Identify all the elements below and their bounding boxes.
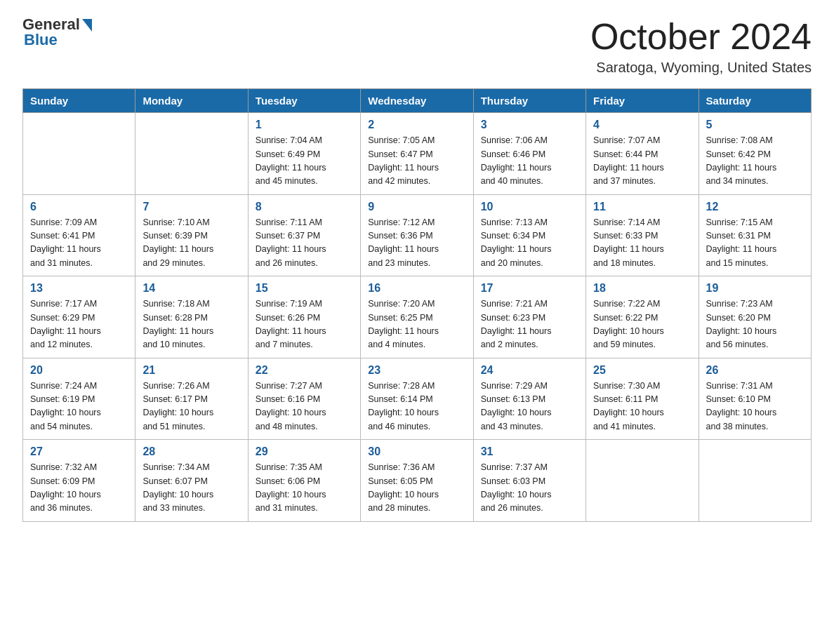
day-number: 11 <box>593 201 691 213</box>
day-info: Sunrise: 7:22 AMSunset: 6:22 PMDaylight:… <box>593 297 691 352</box>
day-info: Sunrise: 7:24 AMSunset: 6:19 PMDaylight:… <box>30 380 128 434</box>
day-number: 17 <box>481 282 578 295</box>
day-info: Sunrise: 7:14 AMSunset: 6:33 PMDaylight:… <box>593 216 691 271</box>
calendar-cell: 20Sunrise: 7:24 AMSunset: 6:19 PMDayligh… <box>23 358 135 440</box>
day-number: 30 <box>368 445 465 458</box>
calendar-cell: 7Sunrise: 7:10 AMSunset: 6:39 PMDaylight… <box>135 194 248 276</box>
day-info: Sunrise: 7:19 AMSunset: 6:26 PMDaylight:… <box>256 297 353 352</box>
day-number: 4 <box>593 119 691 131</box>
calendar-cell: 28Sunrise: 7:34 AMSunset: 6:07 PMDayligh… <box>135 440 248 522</box>
calendar-cell: 13Sunrise: 7:17 AMSunset: 6:29 PMDayligh… <box>23 276 135 358</box>
day-info: Sunrise: 7:31 AMSunset: 6:10 PMDaylight:… <box>706 380 804 434</box>
day-info: Sunrise: 7:36 AMSunset: 6:05 PMDaylight:… <box>368 461 465 516</box>
calendar-cell: 22Sunrise: 7:27 AMSunset: 6:16 PMDayligh… <box>248 358 360 440</box>
calendar-cell: 2Sunrise: 7:05 AMSunset: 6:47 PMDaylight… <box>361 113 473 195</box>
day-number: 13 <box>30 282 128 295</box>
day-number: 2 <box>368 119 465 131</box>
calendar-cell <box>135 113 248 195</box>
day-info: Sunrise: 7:20 AMSunset: 6:25 PMDaylight:… <box>368 297 465 352</box>
page-subtitle: Saratoga, Wyoming, United States <box>590 60 812 76</box>
calendar-cell: 26Sunrise: 7:31 AMSunset: 6:10 PMDayligh… <box>699 358 811 440</box>
day-info: Sunrise: 7:17 AMSunset: 6:29 PMDaylight:… <box>30 297 128 352</box>
calendar-cell: 25Sunrise: 7:30 AMSunset: 6:11 PMDayligh… <box>586 358 699 440</box>
day-number: 18 <box>593 282 691 295</box>
calendar-cell <box>699 440 811 522</box>
calendar-cell: 30Sunrise: 7:36 AMSunset: 6:05 PMDayligh… <box>361 440 473 522</box>
day-number: 21 <box>143 364 240 377</box>
day-number: 26 <box>706 364 804 377</box>
calendar-header-saturday: Saturday <box>699 89 811 113</box>
day-number: 22 <box>256 364 353 377</box>
calendar-cell: 3Sunrise: 7:06 AMSunset: 6:46 PMDaylight… <box>473 113 585 195</box>
title-area: October 2024 Saratoga, Wyoming, United S… <box>590 17 812 76</box>
calendar-cell: 31Sunrise: 7:37 AMSunset: 6:03 PMDayligh… <box>473 440 585 522</box>
calendar-cell: 29Sunrise: 7:35 AMSunset: 6:06 PMDayligh… <box>248 440 360 522</box>
calendar-cell <box>586 440 699 522</box>
day-info: Sunrise: 7:07 AMSunset: 6:44 PMDaylight:… <box>593 134 691 189</box>
day-info: Sunrise: 7:29 AMSunset: 6:13 PMDaylight:… <box>481 380 578 434</box>
day-info: Sunrise: 7:05 AMSunset: 6:47 PMDaylight:… <box>368 134 465 189</box>
calendar-cell: 8Sunrise: 7:11 AMSunset: 6:37 PMDaylight… <box>248 194 360 276</box>
calendar-cell: 10Sunrise: 7:13 AMSunset: 6:34 PMDayligh… <box>473 194 585 276</box>
calendar-week-row: 27Sunrise: 7:32 AMSunset: 6:09 PMDayligh… <box>23 440 812 522</box>
calendar-cell: 11Sunrise: 7:14 AMSunset: 6:33 PMDayligh… <box>586 194 699 276</box>
day-number: 19 <box>706 282 804 295</box>
calendar-cell: 12Sunrise: 7:15 AMSunset: 6:31 PMDayligh… <box>699 194 811 276</box>
day-number: 1 <box>256 119 353 131</box>
calendar-cell: 27Sunrise: 7:32 AMSunset: 6:09 PMDayligh… <box>23 440 135 522</box>
day-number: 3 <box>481 119 578 131</box>
day-number: 5 <box>706 119 804 131</box>
calendar-header-friday: Friday <box>586 89 699 113</box>
day-info: Sunrise: 7:18 AMSunset: 6:28 PMDaylight:… <box>143 297 240 352</box>
day-info: Sunrise: 7:37 AMSunset: 6:03 PMDaylight:… <box>481 461 578 516</box>
day-info: Sunrise: 7:32 AMSunset: 6:09 PMDaylight:… <box>30 461 128 516</box>
day-info: Sunrise: 7:23 AMSunset: 6:20 PMDaylight:… <box>706 297 804 352</box>
calendar-cell: 4Sunrise: 7:07 AMSunset: 6:44 PMDaylight… <box>586 113 699 195</box>
calendar-cell: 5Sunrise: 7:08 AMSunset: 6:42 PMDaylight… <box>699 113 811 195</box>
day-info: Sunrise: 7:10 AMSunset: 6:39 PMDaylight:… <box>143 216 240 271</box>
day-number: 20 <box>30 364 128 377</box>
logo-blue-text: Blue <box>22 31 58 49</box>
calendar-cell: 16Sunrise: 7:20 AMSunset: 6:25 PMDayligh… <box>361 276 473 358</box>
calendar-header-sunday: Sunday <box>23 89 135 113</box>
calendar-header-tuesday: Tuesday <box>248 89 360 113</box>
day-number: 10 <box>481 201 578 213</box>
day-info: Sunrise: 7:04 AMSunset: 6:49 PMDaylight:… <box>256 134 353 189</box>
day-number: 31 <box>481 445 578 458</box>
logo: General Blue <box>22 17 92 49</box>
day-info: Sunrise: 7:21 AMSunset: 6:23 PMDaylight:… <box>481 297 578 352</box>
day-number: 28 <box>143 445 240 458</box>
day-info: Sunrise: 7:34 AMSunset: 6:07 PMDaylight:… <box>143 461 240 516</box>
calendar-header-thursday: Thursday <box>473 89 585 113</box>
day-info: Sunrise: 7:08 AMSunset: 6:42 PMDaylight:… <box>706 134 804 189</box>
calendar-header-row: SundayMondayTuesdayWednesdayThursdayFrid… <box>23 89 812 113</box>
calendar-cell: 14Sunrise: 7:18 AMSunset: 6:28 PMDayligh… <box>135 276 248 358</box>
page-title: October 2024 <box>590 17 812 57</box>
day-number: 8 <box>256 201 353 213</box>
day-number: 23 <box>368 364 465 377</box>
calendar-header-wednesday: Wednesday <box>361 89 473 113</box>
day-number: 15 <box>256 282 353 295</box>
day-info: Sunrise: 7:09 AMSunset: 6:41 PMDaylight:… <box>30 216 128 271</box>
day-info: Sunrise: 7:13 AMSunset: 6:34 PMDaylight:… <box>481 216 578 271</box>
calendar-table: SundayMondayTuesdayWednesdayThursdayFrid… <box>22 88 812 522</box>
calendar-cell: 15Sunrise: 7:19 AMSunset: 6:26 PMDayligh… <box>248 276 360 358</box>
calendar-week-row: 13Sunrise: 7:17 AMSunset: 6:29 PMDayligh… <box>23 276 812 358</box>
day-info: Sunrise: 7:12 AMSunset: 6:36 PMDaylight:… <box>368 216 465 271</box>
day-number: 9 <box>368 201 465 213</box>
day-info: Sunrise: 7:06 AMSunset: 6:46 PMDaylight:… <box>481 134 578 189</box>
calendar-cell: 18Sunrise: 7:22 AMSunset: 6:22 PMDayligh… <box>586 276 699 358</box>
calendar-cell: 6Sunrise: 7:09 AMSunset: 6:41 PMDaylight… <box>23 194 135 276</box>
calendar-cell: 19Sunrise: 7:23 AMSunset: 6:20 PMDayligh… <box>699 276 811 358</box>
day-number: 27 <box>30 445 128 458</box>
logo-arrow-icon <box>82 19 92 32</box>
calendar-cell: 21Sunrise: 7:26 AMSunset: 6:17 PMDayligh… <box>135 358 248 440</box>
logo-general-text: General <box>22 17 80 32</box>
day-number: 14 <box>143 282 240 295</box>
calendar-cell: 23Sunrise: 7:28 AMSunset: 6:14 PMDayligh… <box>361 358 473 440</box>
calendar-header-monday: Monday <box>135 89 248 113</box>
calendar-cell: 24Sunrise: 7:29 AMSunset: 6:13 PMDayligh… <box>473 358 585 440</box>
page-header: General Blue October 2024 Saratoga, Wyom… <box>22 17 812 76</box>
calendar-week-row: 6Sunrise: 7:09 AMSunset: 6:41 PMDaylight… <box>23 194 812 276</box>
calendar-cell: 9Sunrise: 7:12 AMSunset: 6:36 PMDaylight… <box>361 194 473 276</box>
